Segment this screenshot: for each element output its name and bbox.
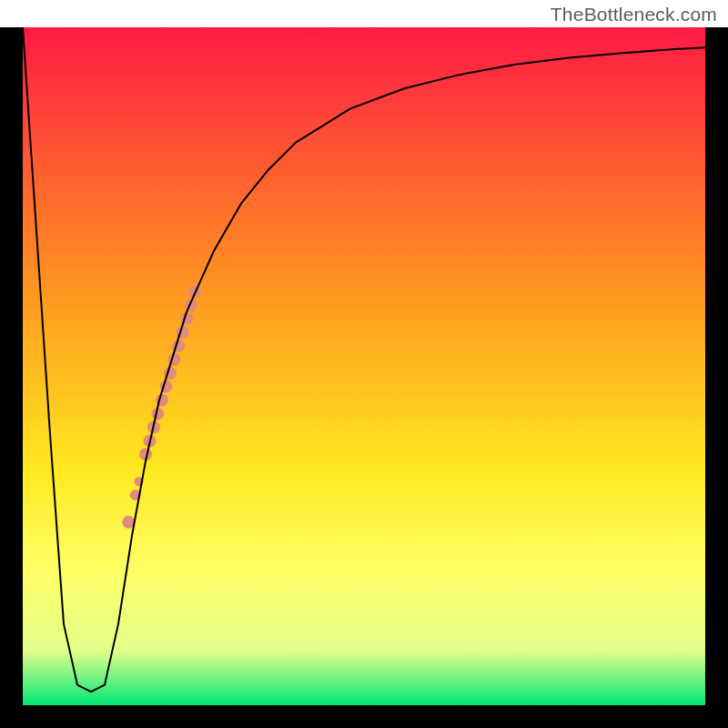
watermark-text: TheBottleneck.com (551, 4, 717, 25)
svg-rect-0 (23, 27, 705, 705)
svg-rect-1 (0, 27, 23, 728)
svg-rect-3 (0, 705, 728, 728)
chart-container: TheBottleneck.com (0, 0, 728, 728)
svg-rect-2 (705, 27, 728, 728)
bottleneck-chart (0, 0, 728, 728)
